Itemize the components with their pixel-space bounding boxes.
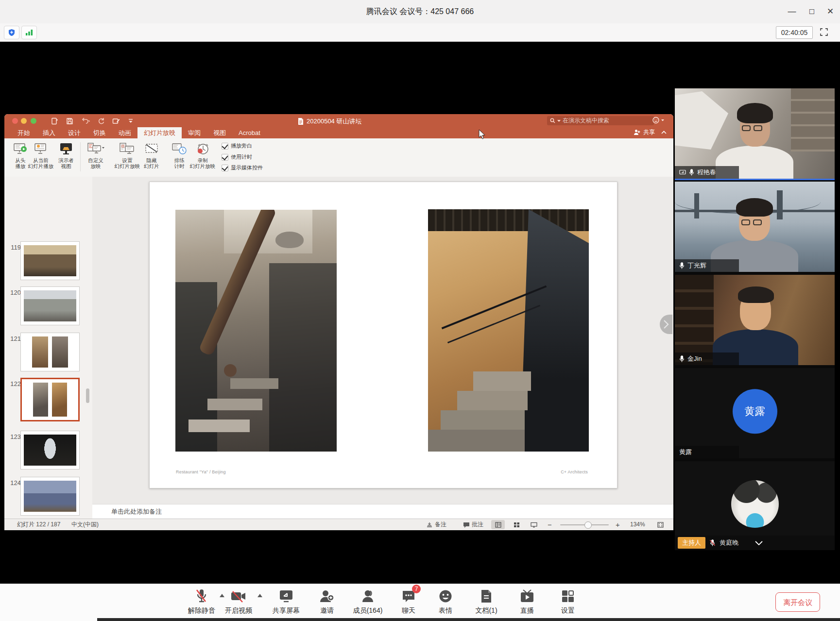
slide-thumbnail-119[interactable] <box>20 241 80 280</box>
presenter-view-button[interactable]: 演示者视图 <box>54 140 78 175</box>
notes-pane[interactable]: 单击此处添加备注 <box>92 504 673 519</box>
participant-tile-3[interactable]: 金Jin <box>675 275 835 365</box>
tab-insert[interactable]: 插入 <box>36 127 62 138</box>
mac-close-icon[interactable] <box>12 118 18 124</box>
tab-transitions[interactable]: 切换 <box>87 127 112 138</box>
tab-slideshow[interactable]: 幻灯片放映 <box>137 127 182 138</box>
checkbox-play-narration[interactable]: 播放旁白 <box>222 142 252 150</box>
chat-unread-badge: 7 <box>412 585 421 593</box>
chat-button[interactable]: 7 聊天 <box>388 588 429 615</box>
slide-sorter-view-button[interactable] <box>510 520 523 529</box>
video-options-caret[interactable] <box>257 594 262 597</box>
network-signal-icon[interactable] <box>21 26 37 39</box>
tab-acrobat[interactable]: Acrobat <box>232 127 267 138</box>
members-button[interactable]: 成员(164) <box>347 588 389 615</box>
docs-button[interactable]: 文档(1) <box>465 588 507 615</box>
language-indicator[interactable]: 中文(中国) <box>71 519 99 530</box>
window-title: 腾讯会议 会议号：425 047 666 <box>0 0 840 23</box>
members-icon <box>360 589 375 604</box>
maximize-button[interactable]: ☐ <box>807 7 817 17</box>
ribbon-collapse-chevron-icon[interactable] <box>661 131 667 134</box>
window-titlebar: 腾讯会议 会议号：425 047 666 — ☐ ✕ <box>0 0 840 24</box>
notes-icon <box>426 522 433 528</box>
new-slide-icon[interactable] <box>51 117 58 125</box>
custom-show-icon <box>87 142 104 156</box>
ppt-share-button[interactable]: 共享 <box>634 128 667 136</box>
toolbar-options-caret-icon[interactable] <box>128 118 134 124</box>
live-button[interactable]: 直播 <box>506 588 548 615</box>
participant-tile-2[interactable]: 丁光辉 <box>675 182 835 272</box>
undo-icon[interactable] <box>81 117 90 124</box>
slide-thumbnail-panel[interactable]: 119 120 121 122 123 124 125 126 <box>4 177 93 530</box>
zoom-slider[interactable] <box>560 524 609 525</box>
start-video-button[interactable]: 开启视频 <box>218 588 259 615</box>
setup-slideshow-button[interactable]: 设置幻灯片放映 <box>111 140 143 175</box>
zoom-slider-thumb[interactable] <box>584 521 592 529</box>
participant-tile-1[interactable]: 程艳春 <box>675 88 835 180</box>
thumbnail-image <box>24 481 76 512</box>
fit-slide-button[interactable] <box>653 520 667 529</box>
feedback-smiley-icon[interactable] <box>652 117 665 124</box>
invite-button[interactable]: 邀请 <box>306 588 348 615</box>
tab-home[interactable]: 开始 <box>11 127 36 138</box>
zoom-in-button[interactable]: + <box>616 519 620 530</box>
slide-thumbnail-120[interactable] <box>20 286 80 325</box>
play-from-current-button[interactable]: 从当前幻灯片播放 <box>27 140 55 175</box>
ppt-search-box[interactable]: 在演示文稿中搜索 <box>547 116 654 125</box>
share-screen-button[interactable]: 共享屏幕 <box>265 588 307 615</box>
participant-name-bar: 金Jin <box>675 352 739 365</box>
leave-meeting-button[interactable]: 离开会议 <box>775 592 820 612</box>
save-icon[interactable] <box>66 117 73 125</box>
tab-review[interactable]: 审阅 <box>182 127 207 138</box>
notes-toggle[interactable]: 备注 <box>426 519 446 530</box>
slide-editor-area[interactable]: Restaurant "Ya" / Beijing C+ Architects <box>92 177 673 504</box>
chevron-down-icon[interactable] <box>755 541 763 545</box>
reactions-button[interactable]: 表情 <box>425 588 466 615</box>
record-slideshow-button[interactable]: 录制幻灯片放映 <box>186 140 219 175</box>
slide-caption-left: Restaurant "Ya" / Beijing <box>176 470 226 474</box>
comments-toggle[interactable]: 批注 <box>463 519 483 530</box>
checkbox-show-media-controls[interactable]: 显示媒体控件 <box>222 164 263 171</box>
cat-avatar <box>731 480 779 528</box>
meeting-bottom-toolbar: 解除静音 开启视频 共享屏幕 邀请 成员(164) 7 聊天 表情 文档(1) … <box>0 584 840 621</box>
participant-name-bar: 丁光辉 <box>675 259 739 272</box>
custom-show-button[interactable]: 自定义放映 <box>83 140 108 175</box>
participant-tile-4[interactable]: 黄露 黄露 <box>675 368 835 458</box>
thumbnail-scrollbar[interactable] <box>86 388 89 403</box>
tab-view[interactable]: 视图 <box>207 127 232 138</box>
settings-grid-icon <box>561 589 575 603</box>
settings-button[interactable]: 设置 <box>547 588 589 615</box>
format-painter-icon[interactable] <box>112 117 120 125</box>
slideshow-view-button[interactable] <box>527 520 541 529</box>
checkbox-use-timings[interactable]: 使用计时 <box>222 153 252 161</box>
slide-thumbnail-123[interactable] <box>20 431 80 470</box>
slide-thumbnail-121[interactable] <box>20 333 80 371</box>
share-screen-icon <box>278 589 294 604</box>
mac-minimize-icon[interactable] <box>21 118 27 124</box>
tab-animations[interactable]: 动画 <box>112 127 137 138</box>
security-shield-icon[interactable] <box>4 26 19 39</box>
close-button[interactable]: ✕ <box>825 7 835 17</box>
bottom-edge-strip <box>97 618 840 621</box>
slide-thumbnail-124[interactable] <box>20 477 80 516</box>
presenter-view-icon <box>59 142 73 156</box>
share-person-icon <box>634 129 641 135</box>
checkbox-icon <box>222 143 228 150</box>
meeting-timer: 02:40:05 <box>776 26 813 39</box>
normal-view-button[interactable] <box>491 520 505 529</box>
fullscreen-icon[interactable] <box>820 28 828 36</box>
unmute-button[interactable]: 解除静音 <box>181 588 223 615</box>
redo-icon[interactable] <box>98 117 104 124</box>
slide-thumbnail-122-selected[interactable] <box>20 378 80 421</box>
minimize-button[interactable]: — <box>787 7 797 17</box>
zoom-out-button[interactable]: − <box>548 519 552 530</box>
mac-zoom-icon[interactable] <box>31 118 36 124</box>
zoom-percentage[interactable]: 134% <box>630 519 645 530</box>
hide-slide-button[interactable]: 隐藏幻灯片 <box>139 140 164 175</box>
slide-canvas[interactable]: Restaurant "Ya" / Beijing C+ Architects <box>149 182 617 488</box>
live-tv-icon <box>519 589 535 604</box>
participant-tile-5[interactable]: 主持人 黄庭晚 <box>675 461 835 550</box>
sharing-screen-icon <box>679 169 686 175</box>
tab-design[interactable]: 设计 <box>62 127 87 138</box>
mic-icon <box>679 262 685 269</box>
